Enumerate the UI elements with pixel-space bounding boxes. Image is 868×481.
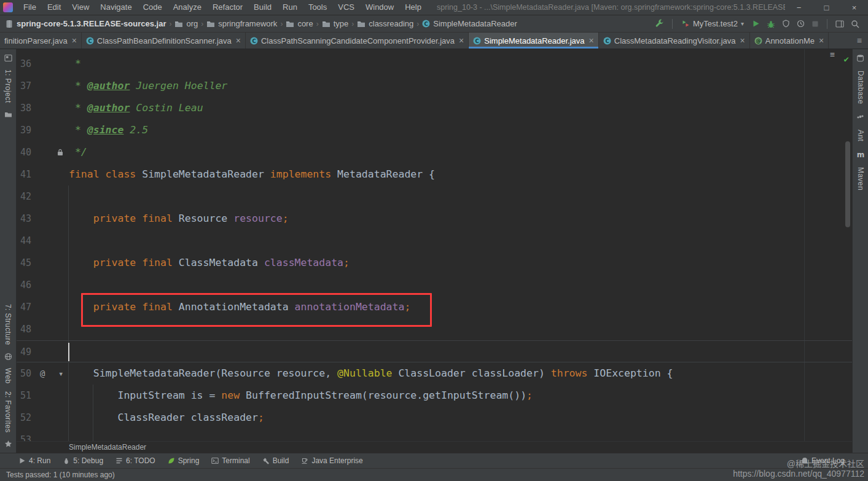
close-tab-icon[interactable]: × (589, 36, 594, 45)
tool-button-database[interactable]: Database (856, 71, 865, 104)
breadcrumb-simplemetadatareader[interactable]: CSimpleMetadataReader (422, 19, 517, 28)
code-line-42[interactable]: 42 (17, 186, 852, 208)
code-line-52[interactable]: 52 ClassReader classReader; (17, 407, 852, 429)
minimize-button[interactable]: − (785, 0, 813, 15)
code-line-43[interactable]: 43 private final Resource resource; (17, 208, 852, 230)
menu-code[interactable]: Code (138, 0, 168, 15)
stop-button[interactable] (810, 20, 820, 28)
close-tab-icon[interactable]: × (740, 36, 745, 45)
close-tab-icon[interactable]: × (236, 36, 241, 45)
close-button[interactable]: × (840, 0, 868, 15)
ant-icon[interactable] (856, 113, 864, 121)
line-number: 38 (18, 97, 31, 119)
tool-button-6-todo[interactable]: 6: TODO (115, 456, 155, 465)
intellij-logo-icon (3, 2, 13, 12)
tab-classmetadatareadingvisitor-java[interactable]: CClassMetadataReadingVisitor.java× (599, 33, 750, 49)
maximize-button[interactable]: □ (813, 0, 840, 15)
breadcrumb-spring-core-5-1-3-release-sources-jar[interactable]: spring-core-5.1.3.RELEASE-sources.jar (5, 19, 166, 28)
tab-annotationme[interactable]: @AnnotationMe× (750, 33, 829, 49)
editor-scrollbar[interactable] (845, 141, 850, 227)
run-config-select[interactable]: MyTest.test2▾ (682, 19, 744, 28)
intellij-idea-window: { "colors": { "accent_underline": "#4a88… (0, 0, 868, 481)
breadcrumb-type[interactable]: type (322, 19, 349, 28)
code-line-53[interactable]: 53 (17, 429, 852, 441)
code-line-51[interactable]: 51 InputStream is = new BufferedInputStr… (17, 385, 852, 407)
menu-window[interactable]: Window (360, 0, 399, 15)
breadcrumb-class[interactable]: SimpleMetadataReader (69, 443, 146, 452)
tab-simplemetadatareader-java[interactable]: CSimpleMetadataReader.java× (469, 33, 599, 49)
commander-icon[interactable] (4, 111, 12, 119)
fold-marker-icon[interactable]: ▾ (58, 369, 63, 378)
event-log-button[interactable]: Event Log (801, 456, 845, 465)
menu-view[interactable]: View (66, 0, 95, 15)
star-icon[interactable] (4, 440, 12, 448)
project-icon[interactable] (4, 54, 12, 62)
editor-column: 36 *37 * @author Juergen Hoeller38 * @au… (17, 49, 852, 453)
database-icon[interactable] (856, 54, 864, 62)
tool-button-favorites[interactable]: 2: Favorites (4, 391, 12, 433)
coverage-button[interactable] (781, 20, 791, 28)
close-tab-icon[interactable]: × (72, 36, 77, 45)
tool-button-terminal[interactable]: Terminal (211, 456, 249, 465)
tab-label: finitionParser.java (4, 36, 68, 45)
tool-window-bar: 4: Run5: Debug6: TODOSpringTerminalBuild… (0, 453, 868, 468)
run-button[interactable] (751, 20, 761, 28)
tabs-overflow-button[interactable]: ≡ (851, 33, 868, 49)
code-line-45[interactable]: 45 private final ClassMetadata classMeta… (17, 252, 852, 274)
menu-run[interactable]: Run (277, 0, 303, 15)
code-line-44[interactable]: 44 (17, 230, 852, 252)
line-number: 40 (18, 141, 31, 163)
breadcrumb-separator-icon: › (416, 20, 419, 28)
menu-edit[interactable]: Edit (42, 0, 66, 15)
breadcrumb-core[interactable]: core (286, 19, 313, 28)
profiler-button[interactable] (796, 20, 806, 28)
menu-build[interactable]: Build (248, 0, 277, 15)
code-line-36[interactable]: 36 * (17, 53, 852, 75)
tool-button-4-run[interactable]: 4: Run (18, 456, 50, 465)
wrench-button[interactable] (654, 19, 665, 28)
tool-button-structure[interactable]: 7: Structure (4, 304, 12, 345)
menu-file[interactable]: File (18, 0, 42, 15)
tab-classpathscanningcandidatecomponentprovider-java[interactable]: CClassPathScanningCandidateComponentProv… (246, 33, 469, 49)
menu-tools[interactable]: Tools (303, 0, 332, 15)
tool-button-spring[interactable]: Spring (168, 456, 200, 465)
event-log-icon (801, 457, 808, 464)
code-line-50[interactable]: 50@▾ SimpleMetadataReader(Resource resou… (17, 362, 852, 385)
tool-button-build[interactable]: Build (262, 456, 289, 465)
debug-button[interactable] (765, 20, 776, 28)
close-tab-icon[interactable]: × (459, 36, 464, 45)
tool-button-web[interactable]: Web (4, 368, 12, 384)
code-line-38[interactable]: 38 * @author Costin Leau (17, 97, 852, 119)
svg-text:@: @ (756, 37, 761, 44)
web-icon[interactable] (4, 353, 12, 361)
search-button[interactable] (850, 20, 861, 28)
code-line-37[interactable]: 37 * @author Juergen Hoeller (17, 75, 852, 97)
layout-button[interactable] (834, 20, 845, 28)
inspection-menu-icon[interactable]: ≡ (830, 50, 835, 59)
code-line-41[interactable]: 41final class SimpleMetadataReader imple… (17, 163, 852, 186)
breadcrumb-classreading[interactable]: classreading (357, 19, 413, 28)
code-editor[interactable]: 36 *37 * @author Juergen Hoeller38 * @au… (17, 49, 852, 441)
close-tab-icon[interactable]: × (819, 36, 824, 45)
inspections-ok-icon[interactable]: ✔ (844, 54, 849, 64)
breadcrumb-org[interactable]: org (174, 19, 198, 28)
menu-analyze[interactable]: Analyze (168, 0, 207, 15)
menu-help[interactable]: Help (399, 0, 427, 15)
code-line-40[interactable]: 40 */ (17, 141, 852, 163)
menu-vcs[interactable]: VCS (332, 0, 360, 15)
maven-icon[interactable]: m (856, 150, 865, 158)
tool-button-project[interactable]: 1: Project (4, 69, 12, 103)
menu-navigate[interactable]: Navigate (95, 0, 137, 15)
breadcrumb-springframework[interactable]: springframework (206, 19, 277, 28)
tab-finitionparser-java[interactable]: finitionParser.java× (0, 33, 82, 49)
tool-button-5-debug[interactable]: 5: Debug (63, 456, 103, 465)
tool-button-ant[interactable]: Ant (856, 130, 865, 141)
menu-refactor[interactable]: Refactor (207, 0, 248, 15)
code-line-39[interactable]: 39 * @since 2.5 (17, 119, 852, 141)
code-line-49[interactable]: 49 (17, 340, 852, 362)
tool-button-java-enterprise[interactable]: Java Enterprise (301, 456, 362, 465)
tab-classpathbeandefinitionscanner-java[interactable]: CClassPathBeanDefinitionScanner.java× (82, 33, 246, 49)
tool-button-maven[interactable]: Maven (856, 167, 865, 190)
line-number: 45 (18, 252, 31, 274)
line-number: 51 (18, 385, 31, 407)
